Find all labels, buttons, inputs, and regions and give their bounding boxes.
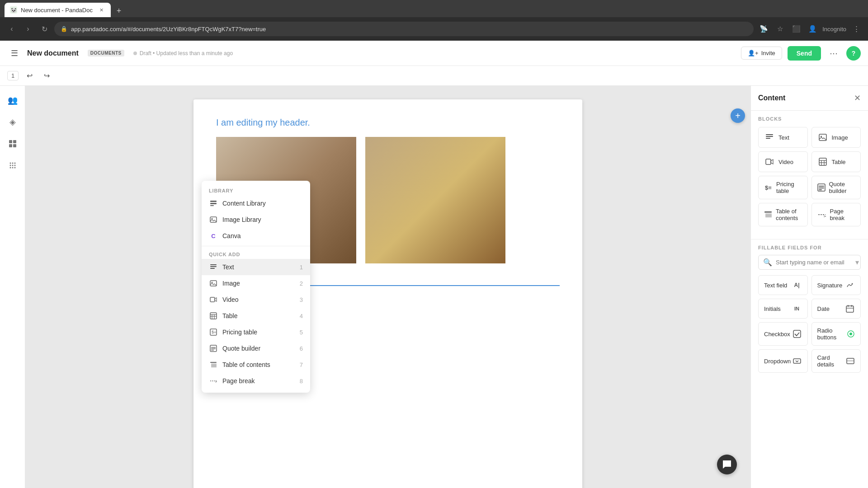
invite-button[interactable]: 👤+ Invite [741,47,782,60]
fillable-search-input[interactable] [776,259,852,266]
sidebar-icon[interactable]: ⬛ [790,23,802,35]
browser-tab-active[interactable]: 🐼 New document - PandaDoc ✕ [5,3,111,17]
text-field-item[interactable]: Text field A| [758,275,808,295]
svg-rect-44 [819,134,826,141]
pagebreak-block-item[interactable]: ✂ Page break [811,203,861,226]
svg-rect-13 [210,201,217,202]
forward-button[interactable]: › [22,23,34,35]
more-browser-icon[interactable]: ⋮ [850,23,863,35]
svg-rect-24 [210,313,217,319]
content-library-item[interactable]: Content Library [202,195,310,211]
svg-rect-34 [211,350,214,351]
table-block-item[interactable]: Table [811,151,861,172]
sidebar-icon-layout[interactable] [4,135,22,153]
text-block-number: 1 [300,264,303,271]
new-tab-button[interactable]: + [113,5,125,17]
image-gap [356,137,365,263]
browser-toolbar-actions: 📡 ☆ ⬛ 👤 Incognito ⋮ [757,23,863,35]
quick-add-image-item[interactable]: Image 2 [202,275,310,291]
right-sidebar-title: Content [758,94,785,102]
more-options-button[interactable]: ⋯ [826,46,841,61]
quick-add-quote-item[interactable]: Quote builder 6 [202,340,310,357]
tab-title: New document - PandaDoc [21,7,93,14]
sidebar-icon-users[interactable]: 👥 [4,91,22,109]
doc-header-editable[interactable]: I am editing my header. [216,117,560,128]
main-area: 👥 ◈ + I am editing my header. [0,86,868,488]
browser-tabs: 🐼 New document - PandaDoc ✕ + [0,0,868,17]
quote-block-number: 6 [300,345,303,352]
checkbox-icon [792,329,802,339]
svg-rect-58 [765,215,772,216]
quick-add-table-item[interactable]: Table 4 [202,308,310,324]
close-tab-button[interactable]: ✕ [98,6,105,14]
quote-builder-block-item[interactable]: Quote builder [811,176,861,199]
dropdown-label: Dropdown [764,358,791,365]
svg-rect-70 [793,359,801,363]
initials-field-item[interactable]: Initials IN [758,299,808,319]
text-block-item[interactable]: Text [758,127,808,148]
cast-icon[interactable]: 📡 [757,23,770,35]
refresh-button[interactable]: ↻ [38,23,51,35]
fillable-search[interactable]: 🔍 ▾ [758,255,861,270]
image-light [365,137,505,263]
signature-icon [845,280,855,290]
bookmark-icon[interactable]: ☆ [774,23,786,35]
card-details-field-item[interactable]: Card details [811,349,861,373]
doc-status: Draft • Updated less than a minute ago [133,50,233,56]
table-block-sidebar-label: Table [832,159,846,165]
address-bar[interactable]: 🔒 app.pandadoc.com/a/#/documents/2UzYiBK… [54,22,754,36]
svg-rect-2 [9,144,12,147]
chat-bubble[interactable] [717,455,737,474]
hamburger-menu[interactable]: ☰ [7,46,22,61]
quick-add-pagebreak-item[interactable]: ✂ Page break 8 [202,373,310,389]
svg-point-6 [14,163,15,164]
fillable-fields-title: FILLABLE FIELDS FOR [758,245,861,250]
checkbox-field-item[interactable]: Checkbox [758,322,808,346]
quick-add-pricing-item[interactable]: $= Pricing table 5 [202,324,310,340]
date-field-item[interactable]: Date [811,299,861,319]
sidebar-icon-grid[interactable] [4,156,22,174]
svg-point-5 [12,163,13,164]
doc-image-right[interactable] [365,137,505,263]
initials-label: Initials [764,305,781,312]
content-library-label: Content Library [222,200,266,207]
signature-field-item[interactable]: Signature [811,275,861,295]
quote-block-label: Quote builder [222,345,260,352]
help-button[interactable]: ? [846,46,861,61]
card-details-icon [846,356,855,366]
pagebreak-block-label: Page break [222,377,255,385]
status-dot [133,52,137,55]
image-block-item[interactable]: Image [811,127,861,148]
profile-icon[interactable]: 👤 [806,23,819,35]
send-button[interactable]: Send [788,46,821,61]
svg-rect-53 [819,186,824,187]
undo-button[interactable]: ↩ [23,70,36,82]
svg-rect-72 [847,360,854,361]
pricing-table-block-item[interactable]: $≡ Pricing table [758,176,808,199]
quick-add-video-item[interactable]: Video 3 [202,291,310,308]
invite-label: Invite [761,50,775,56]
table-block-icon-sidebar [817,156,828,167]
add-block-button[interactable]: + [731,108,745,123]
video-block-item[interactable]: Video [758,151,808,172]
pricing-block-icon: $= [209,328,218,337]
pricing-block-number: 5 [300,329,303,336]
sidebar-icon-blocks[interactable]: ◈ [4,113,22,131]
svg-text:✂: ✂ [824,214,826,219]
back-button[interactable]: ‹ [5,23,18,35]
library-section-header: LIBRARY [202,184,310,195]
quick-add-toc-item[interactable]: Table of contents 7 [202,357,310,373]
video-block-icon [209,295,218,304]
redo-button[interactable]: ↪ [40,70,53,82]
image-library-item[interactable]: Image Library [202,211,310,228]
quick-add-text-item[interactable]: Text 1 [202,259,310,275]
svg-rect-15 [210,205,214,206]
svg-rect-67 [793,330,801,338]
signature-label: Signature [817,282,843,289]
dropdown-field-item[interactable]: Dropdown [758,349,808,373]
toc-block-item[interactable]: Table of contents [758,203,808,226]
radio-field-item[interactable]: Radio buttons [811,322,861,346]
svg-rect-56 [764,211,772,213]
canva-item[interactable]: C Canva [202,228,310,244]
right-sidebar-close[interactable]: ✕ [854,93,861,103]
